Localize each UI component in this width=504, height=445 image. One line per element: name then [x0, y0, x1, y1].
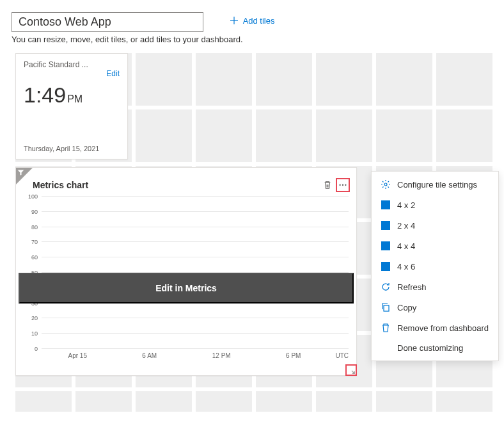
more-options-button[interactable]	[336, 178, 350, 192]
chart-x-suffix: UTC	[329, 352, 349, 364]
chart-gridline: 0	[42, 348, 349, 349]
menu-size-4x2[interactable]: 4 x 2	[372, 195, 498, 215]
grid-cell[interactable]	[256, 53, 312, 106]
grid-cell[interactable]	[196, 391, 252, 412]
tile-resize-handle[interactable]	[345, 364, 357, 376]
menu-label: 4 x 6	[397, 262, 415, 271]
grid-cell[interactable]	[376, 109, 432, 162]
size-box-icon	[381, 200, 390, 209]
menu-size-2x4[interactable]: 2 x 4	[372, 215, 498, 236]
dashboard-grid-area: Pacific Standard ... Edit 1:49PM Thursda…	[15, 53, 501, 412]
add-tiles-label: Add tiles	[243, 16, 275, 26]
grid-cell[interactable]	[436, 391, 492, 412]
menu-refresh[interactable]: Refresh	[372, 277, 498, 297]
plus-icon	[229, 15, 239, 26]
chart-y-tick-label: 100	[28, 193, 38, 200]
chart-gridline: 20	[42, 318, 349, 318]
chart-y-tick-label: 20	[31, 315, 38, 321]
chart-gridline: 100	[42, 196, 349, 197]
svg-point-4	[345, 184, 346, 186]
menu-remove[interactable]: Remove from dashboard	[372, 318, 498, 338]
grid-cell[interactable]	[436, 53, 492, 106]
clock-ampm: PM	[67, 93, 83, 104]
menu-label: Remove from dashboard	[397, 323, 489, 333]
grid-cell[interactable]	[376, 391, 432, 412]
svg-point-2	[339, 184, 340, 186]
dashboard-title-input[interactable]	[12, 12, 203, 32]
menu-label: 4 x 2	[397, 200, 415, 210]
chart-x-tick-label: Apr 15	[42, 352, 114, 364]
clock-time-value: 1:49	[24, 83, 66, 107]
grid-cell[interactable]	[196, 53, 252, 106]
chart-gridline: 80	[42, 227, 349, 227]
chart-y-tick-label: 80	[31, 224, 38, 231]
trash-icon	[381, 323, 391, 333]
size-box-icon	[381, 221, 390, 230]
size-box-icon	[381, 241, 390, 250]
svg-point-5	[384, 183, 387, 186]
grid-cell[interactable]	[316, 53, 372, 106]
chart-title: Metrics chart	[33, 180, 88, 190]
chart-x-tick-label: 12 PM	[185, 352, 258, 364]
grid-cell[interactable]	[15, 391, 72, 412]
metrics-chart-tile[interactable]: Metrics chart 0102030405060708090100 Edi…	[15, 167, 357, 376]
clock-time: 1:49PM	[24, 83, 120, 108]
svg-point-3	[342, 184, 343, 186]
filter-corner-badge[interactable]	[16, 168, 33, 184]
grid-cell[interactable]	[316, 109, 372, 162]
chart-y-tick-label: 70	[31, 239, 38, 245]
chart-y-tick-label: 90	[31, 209, 38, 215]
grid-cell[interactable]	[196, 109, 252, 162]
svg-rect-6	[384, 305, 389, 311]
menu-size-4x6[interactable]: 4 x 6	[372, 256, 498, 277]
chart-gridline: 90	[42, 211, 349, 212]
chart-gridline: 10	[42, 333, 349, 334]
menu-label: Configure tile settings	[397, 180, 477, 190]
menu-configure-tile[interactable]: Configure tile settings	[372, 174, 498, 195]
grid-cell[interactable]	[256, 391, 312, 412]
menu-label: Done customizing	[397, 343, 463, 353]
chart-y-tick-label: 10	[31, 330, 38, 337]
gear-icon	[381, 179, 391, 190]
chart-plot-area: 0102030405060708090100 Edit in Metrics A…	[16, 196, 356, 364]
menu-copy[interactable]: Copy	[372, 297, 498, 318]
size-box-icon	[381, 262, 390, 271]
chart-x-tick-label: 6 AM	[114, 352, 186, 364]
grid-cell[interactable]	[436, 109, 492, 162]
chart-gridline: 70	[42, 241, 349, 242]
grid-cell[interactable]	[136, 109, 192, 162]
filter-icon	[17, 169, 24, 176]
menu-label: Copy	[397, 303, 416, 312]
menu-size-4x4[interactable]: 4 x 4	[372, 236, 498, 256]
menu-label: Refresh	[397, 282, 427, 292]
menu-label: 2 x 4	[397, 221, 415, 231]
grid-cell[interactable]	[136, 391, 192, 412]
grid-cell[interactable]	[256, 109, 312, 162]
grid-cell[interactable]	[75, 391, 132, 412]
menu-label: 4 x 4	[397, 241, 415, 251]
chart-y-tick-label: 60	[31, 254, 38, 261]
grid-cell[interactable]	[376, 53, 432, 106]
tile-context-menu: Configure tile settings 4 x 2 2 x 4 4 x …	[371, 171, 499, 361]
dashboard-description: You can resize, move, edit tiles, or add…	[12, 35, 504, 44]
edit-in-metrics-button[interactable]: Edit in Metrics	[19, 273, 354, 303]
menu-done-customizing[interactable]: Done customizing	[372, 338, 498, 358]
copy-icon	[381, 302, 391, 312]
chart-y-tick-label: 0	[35, 346, 38, 352]
trash-icon	[323, 181, 332, 190]
resize-icon	[347, 366, 356, 375]
grid-cell[interactable]	[316, 391, 372, 412]
chart-x-tick-label: 6 PM	[258, 352, 330, 364]
clock-edit-link[interactable]: Edit	[106, 69, 120, 78]
clock-timezone: Pacific Standard ...	[24, 60, 100, 69]
chart-gridline: 60	[42, 257, 349, 257]
clock-date: Thursday, April 15, 2021	[24, 145, 99, 152]
grid-cell[interactable]	[136, 53, 192, 106]
delete-tile-button[interactable]	[320, 178, 335, 192]
add-tiles-button[interactable]: Add tiles	[228, 12, 276, 29]
ellipsis-icon	[338, 181, 347, 190]
refresh-icon	[381, 282, 391, 292]
clock-tile[interactable]: Pacific Standard ... Edit 1:49PM Thursda…	[15, 53, 128, 159]
